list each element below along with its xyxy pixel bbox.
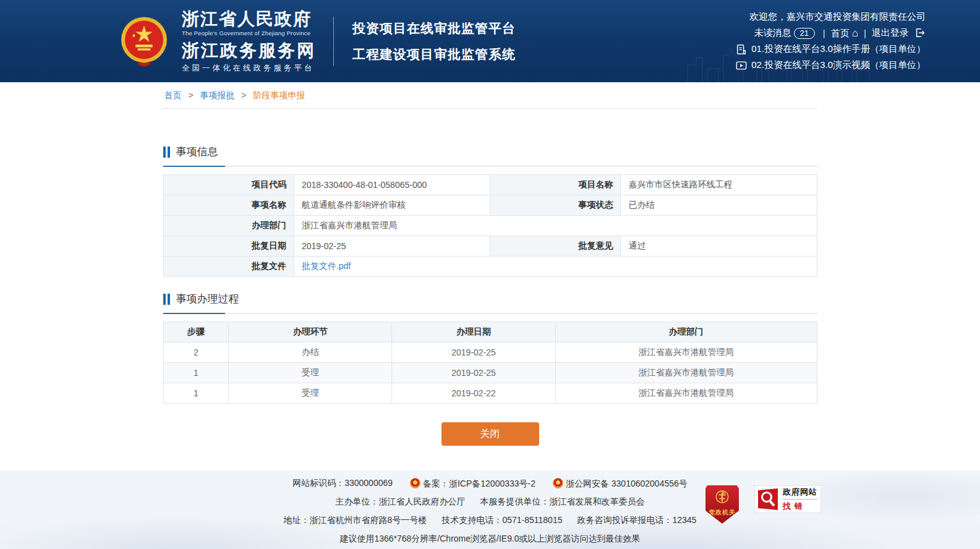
col-header-date: 办理日期	[392, 322, 555, 343]
main-content: 事项信息 项目代码 2018-330400-48-01-058065-000 项…	[163, 145, 817, 446]
cell-stage: 受理	[229, 363, 392, 383]
approval-file-pdf-link[interactable]: 批复文件.pdf	[302, 261, 351, 271]
footer-line-organizer: 主办单位：浙江省人民政府办公厅 本服务提供单位：浙江省发展和改革委员会	[0, 493, 980, 511]
header: 浙江省人民政府 The People's Government of Zheji…	[0, 0, 980, 82]
logout-link[interactable]: 退出登录	[872, 27, 926, 39]
breadcrumb-current: 阶段事项申报	[253, 90, 305, 100]
find-error-line2: 找错	[783, 501, 817, 512]
party-badge-label: 党政机关	[709, 508, 736, 517]
info-section-title: 事项信息	[163, 145, 817, 159]
brand-block: 浙江省人民政府 The People's Government of Zheji…	[182, 10, 316, 73]
header-divider	[333, 17, 334, 66]
item-name-value: 航道通航条件影响评价审核	[294, 195, 490, 216]
police-emblem-icon	[553, 478, 563, 488]
icp-group: 备案：浙ICP备12000333号-2	[410, 478, 535, 490]
section-underline	[163, 313, 817, 314]
party-emblem-icon	[713, 488, 731, 507]
browser-suggestion-text: 建议使用1366*768分辨率/Chrome浏览器/IE9.0或以上浏览器访问达…	[339, 534, 640, 545]
table-row: 1 受理 2019-02-25 浙江省嘉兴市港航管理局	[163, 363, 817, 383]
portal-subtitle: 全国一体化在线政务服务平台	[182, 64, 316, 73]
manual-link[interactable]: 01.投资在线平台3.0操作手册（项目单位）	[751, 43, 926, 55]
approval-file-label: 批复文件	[163, 257, 294, 277]
unread-messages-link[interactable]: 未读消息21	[754, 27, 817, 39]
col-header-stage: 办理环节	[229, 322, 392, 343]
cell-stage: 办结	[229, 343, 392, 363]
table-row: 批复日期 2019-02-25 批复意见 通过	[163, 236, 817, 257]
breadcrumb-separator: >	[241, 90, 246, 100]
police-record-text: 浙公网安备 33010602004556号	[566, 479, 688, 488]
cell-dept: 浙江省嘉兴市港航管理局	[555, 383, 817, 404]
footer: 网站标识码：3300000069 备案：浙ICP备12000333号-2 浙公网…	[0, 470, 980, 549]
portal-title: 浙江政务服务网	[182, 41, 316, 61]
platform-title-investment: 投资项目在线审批监管平台	[352, 15, 516, 41]
approval-file-cell: 批复文件.pdf	[294, 257, 817, 277]
footer-line-registration: 网站标识码：3300000069 备案：浙ICP备12000333号-2 浙公网…	[0, 474, 980, 493]
close-button[interactable]: 关闭	[441, 422, 539, 446]
find-error-badge[interactable]: 政府网站 找错	[754, 485, 821, 513]
gov-subtitle-en: The People's Government of Zhejiang Prov…	[182, 30, 316, 36]
separator: |	[864, 28, 866, 38]
cell-date: 2019-02-22	[392, 383, 555, 404]
breadcrumb-separator: >	[188, 90, 193, 100]
section-title-text: 事项信息	[176, 145, 218, 159]
separator: |	[823, 28, 825, 38]
site-id-text: 网站标识码：3300000069	[292, 478, 393, 489]
table-row: 项目代码 2018-330400-48-01-058065-000 项目名称 嘉…	[163, 175, 817, 195]
process-section-title: 事项办理过程	[163, 292, 817, 306]
cell-step: 2	[163, 343, 229, 363]
table-row: 批复文件 批复文件.pdf	[163, 257, 817, 277]
table-row: 办理部门 浙江省嘉兴市港航管理局	[163, 216, 817, 236]
handle-dept-value: 浙江省嘉兴市港航管理局	[294, 216, 817, 236]
item-status-label: 事项状态	[490, 195, 620, 216]
cell-dept: 浙江省嘉兴市港航管理局	[555, 343, 817, 363]
party-gov-badge[interactable]: 党政机关	[705, 485, 739, 524]
video-link-line: 02.投资在线平台3.0演示视频（项目单位）	[736, 57, 926, 74]
table-row: 1 受理 2019-02-22 浙江省嘉兴市港航管理局	[163, 383, 817, 404]
approval-date-value: 2019-02-25	[294, 236, 490, 257]
find-error-text: 政府网站 找错	[783, 487, 817, 512]
magnifier-icon	[757, 488, 779, 511]
table-row: 2 办结 2019-02-25 浙江省嘉兴市港航管理局	[163, 343, 817, 363]
project-name-value: 嘉兴市市区快速路环线工程	[621, 175, 817, 195]
national-emblem-logo	[117, 15, 171, 68]
cell-step: 1	[163, 363, 229, 383]
welcome-text: 欢迎您，嘉兴市交通投资集团有限责任公司	[749, 11, 926, 23]
cell-date: 2019-02-25	[392, 363, 555, 383]
provider-text: 本服务提供单位：浙江省发展和改革委员会	[480, 496, 645, 508]
section-marker-bars-icon	[163, 294, 170, 305]
manual-link-line: 01.投资在线平台3.0操作手册（项目单位）	[736, 41, 926, 57]
approval-opinion-label: 批复意见	[490, 236, 620, 257]
platform-titles: 投资项目在线审批监管平台 工程建设项目审批监管系统	[352, 15, 516, 67]
play-video-icon	[736, 60, 747, 71]
project-name-label: 项目名称	[490, 175, 620, 195]
home-icon: ⌂	[852, 27, 858, 39]
national-emblem-icon	[410, 478, 420, 488]
approval-opinion-value: 通过	[621, 236, 817, 257]
approval-date-label: 批复日期	[163, 236, 294, 257]
demo-video-link[interactable]: 02.投资在线平台3.0演示视频（项目单位）	[751, 59, 926, 71]
organizer-text: 主办单位：浙江省人民政府办公厅	[336, 496, 466, 508]
cell-dept: 浙江省嘉兴市港航管理局	[555, 363, 817, 383]
breadcrumb-item-reporting[interactable]: 事项报批	[200, 90, 234, 100]
cell-stage: 受理	[229, 383, 392, 404]
tech-phone-text: 技术支持电话：0571-85118015	[441, 515, 562, 526]
section-title-text: 事项办理过程	[176, 292, 239, 306]
police-group: 浙公网安备 33010602004556号	[553, 478, 688, 490]
handle-dept-label: 办理部门	[163, 216, 294, 236]
breadcrumb: 首页 > 事项报批 > 阶段事项申报	[163, 82, 817, 109]
col-header-dept: 办理部门	[555, 322, 817, 343]
process-table: 步骤 办理环节 办理日期 办理部门 2 办结 2019-02-25 浙江省嘉兴市…	[163, 321, 817, 404]
col-header-step: 步骤	[163, 322, 229, 343]
document-icon	[736, 44, 747, 55]
item-name-label: 事项名称	[163, 195, 294, 216]
footer-line-suggestion: 建议使用1366*768分辨率/Chrome浏览器/IE9.0或以上浏览器访问达…	[0, 530, 980, 548]
table-row: 事项名称 航道通航条件影响评价审核 事项状态 已办结	[163, 195, 817, 216]
home-link[interactable]: 首页⌂	[831, 27, 858, 40]
cell-step: 1	[163, 383, 229, 404]
item-info-table: 项目代码 2018-330400-48-01-058065-000 项目名称 嘉…	[163, 174, 817, 277]
unread-count-badge[interactable]: 21	[794, 28, 815, 39]
breadcrumb-home[interactable]: 首页	[164, 90, 182, 100]
complaint-phone-text: 政务咨询投诉举报电话：12345	[577, 515, 696, 526]
user-actions-line: 未读消息21 | 首页⌂ | 退出登录	[736, 25, 926, 41]
footer-badges: 党政机关 政府网站 找错	[705, 485, 821, 524]
